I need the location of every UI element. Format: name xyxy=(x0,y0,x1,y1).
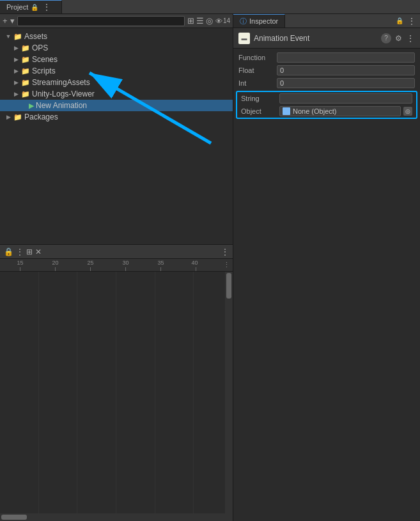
left-panel: + ▾ ⊞ ☰ ◎ 👁 14 ▼ 📁 Assets ▶ xyxy=(0,14,233,521)
timeline-toolbar: 🔒 ⋮ ⊞ ✕ ⋮ xyxy=(0,245,233,259)
filter-icon[interactable]: ◎ xyxy=(206,16,213,26)
prop-int: Int 0 xyxy=(233,77,420,89)
ruler-mark-40: 40 xyxy=(178,260,214,271)
ruler-marks: 15 20 25 30 xyxy=(3,259,214,271)
project-tab-label: Project xyxy=(6,3,28,11)
object-value[interactable]: None (Object) xyxy=(279,106,401,116)
label-scripts: Scripts xyxy=(32,66,56,75)
project-lock-icon[interactable]: 🔒 xyxy=(31,4,38,11)
tree-item-new-animation[interactable]: ▶ New Animation xyxy=(0,100,233,111)
prop-string: String xyxy=(237,92,416,105)
arrow-unity-logs: ▶ xyxy=(13,91,19,97)
arrow-assets: ▼ xyxy=(5,33,12,40)
ae-help-icon[interactable]: ? xyxy=(381,33,391,43)
arrow-ops: ▶ xyxy=(13,45,19,51)
info-icon: ⓘ xyxy=(240,17,247,26)
add-button[interactable]: + xyxy=(3,16,8,26)
inspector-lock-icon[interactable]: 🔒 xyxy=(396,17,403,24)
view-count: 👁 14 xyxy=(215,17,230,25)
project-tab-bar: Project 🔒 ⋮ xyxy=(0,0,420,14)
label-ops: OPS xyxy=(32,43,48,52)
string-label: String xyxy=(241,95,279,102)
folder-icon-assets: 📁 xyxy=(13,33,22,41)
ae-right-icons: ? ⚙ ⋮ xyxy=(381,33,415,43)
tree-item-packages[interactable]: ▶ 📁 Packages xyxy=(0,111,233,123)
main-layout: + ▾ ⊞ ☰ ◎ 👁 14 ▼ 📁 Assets ▶ xyxy=(0,14,420,521)
timeline-content[interactable] xyxy=(0,272,233,521)
ruler-mark-25: 25 xyxy=(73,260,108,271)
object-field: None (Object) ◎ xyxy=(279,106,412,116)
ae-title: Animation Event xyxy=(254,34,309,43)
inspector-dots-icon[interactable]: ⋮ xyxy=(407,16,416,26)
arrow-scripts: ▶ xyxy=(13,68,19,74)
project-toolbar: + ▾ ⊞ ☰ ◎ 👁 14 xyxy=(0,14,233,28)
label-packages: Packages xyxy=(24,113,58,121)
tree-item-streaming[interactable]: ▶ 📁 StreamingAssets xyxy=(0,77,233,88)
tree-item-scripts[interactable]: ▶ 📁 Scripts xyxy=(0,65,233,77)
tree-item-unity-logs[interactable]: ▶ 📁 Unity-Logs-Viewer xyxy=(0,88,233,100)
int-value[interactable]: 0 xyxy=(277,78,415,88)
tree-item-ops[interactable]: ▶ 📁 OPS xyxy=(0,42,233,54)
label-streaming: StreamingAssets xyxy=(32,78,90,87)
tl-more-icon[interactable]: ⋮ xyxy=(221,247,229,256)
inspector-properties: Function Float 0 Int 0 xyxy=(233,49,420,123)
tree-item-scenes[interactable]: ▶ 📁 Scenes xyxy=(0,54,233,65)
add-dropdown-button[interactable]: ▾ xyxy=(10,16,15,26)
label-unity-logs: Unity-Logs-Viewer xyxy=(32,89,95,98)
tl-controls: 🔒 ⋮ ⊞ ✕ xyxy=(4,247,42,256)
timeline-scrollbar-v[interactable] xyxy=(225,272,233,521)
ae-dots-icon[interactable]: ⋮ xyxy=(406,33,415,43)
tl-close-icon[interactable]: ✕ xyxy=(35,247,42,256)
right-panel: ⓘ Inspector 🔒 ⋮ ▬ Animation Event ? ⚙ ⋮ xyxy=(233,14,420,521)
prop-float: Float 0 xyxy=(233,64,420,77)
project-tab[interactable]: Project 🔒 ⋮ xyxy=(0,0,62,13)
prop-function: Function xyxy=(233,51,420,64)
object-label: Object xyxy=(241,107,279,115)
tl-lock-icon[interactable]: 🔒 xyxy=(4,247,13,256)
arrow-scenes: ▶ xyxy=(13,56,19,63)
ruler-mark-20: 20 xyxy=(38,260,73,271)
view-icons: ⊞ ☰ ◎ xyxy=(187,16,213,26)
tl-settings-icon[interactable]: ⊞ xyxy=(26,247,33,256)
timeline-scrollbar-h[interactable] xyxy=(0,513,225,521)
folder-icon-scenes: 📁 xyxy=(21,56,30,64)
scrollbar-thumb-h xyxy=(1,515,27,520)
inspector-tab-label: Inspector xyxy=(249,17,278,25)
timeline-panel: 🔒 ⋮ ⊞ ✕ ⋮ 15 20 xyxy=(0,244,233,521)
object-icon-small xyxy=(283,107,290,115)
float-value[interactable]: 0 xyxy=(277,65,415,75)
object-select-button[interactable]: ◎ xyxy=(403,107,412,116)
ae-icon: ▬ xyxy=(238,33,250,44)
function-value[interactable] xyxy=(277,52,415,63)
scrollbar-thumb-v xyxy=(226,273,231,299)
folder-icon-packages: 📁 xyxy=(13,113,22,121)
timeline-ruler: 15 20 25 30 xyxy=(0,259,233,272)
inspector-tab[interactable]: ⓘ Inspector xyxy=(233,14,285,27)
project-dots-icon[interactable]: ⋮ xyxy=(42,2,51,12)
inspector-tab-bar: ⓘ Inspector 🔒 ⋮ xyxy=(233,14,420,28)
folder-icon-scripts: 📁 xyxy=(21,67,30,75)
project-tab-controls: 🔒 ⋮ xyxy=(31,2,55,12)
ae-settings-icon[interactable]: ⚙ xyxy=(395,34,402,43)
ruler-mark-15: 15 xyxy=(3,260,38,271)
int-label: Int xyxy=(238,79,277,87)
tl-right: ⋮ xyxy=(221,247,229,256)
folder-icon-streaming: 📁 xyxy=(21,79,30,87)
layout-icon-2[interactable]: ☰ xyxy=(196,16,204,26)
label-new-animation: New Animation xyxy=(36,101,87,110)
arrow-packages: ▶ xyxy=(5,114,12,120)
layout-icon-1[interactable]: ⊞ xyxy=(187,16,194,26)
label-scenes: Scenes xyxy=(32,55,58,64)
tree-item-assets[interactable]: ▼ 📁 Assets xyxy=(0,31,233,42)
tl-dots-icon[interactable]: ⋮ xyxy=(16,247,24,256)
ruler-mark-30: 30 xyxy=(108,260,143,271)
inspector-tab-controls: 🔒 ⋮ xyxy=(396,16,420,26)
label-assets: Assets xyxy=(24,32,47,41)
ruler-more-icon[interactable]: ⋮ xyxy=(223,261,233,269)
count-label: 14 xyxy=(223,17,230,24)
highlight-group: String Object None (Object) ◎ xyxy=(236,91,417,119)
prop-object: Object None (Object) ◎ xyxy=(237,105,416,118)
search-input[interactable] xyxy=(17,16,185,26)
string-value[interactable] xyxy=(279,93,412,104)
folder-icon-unity-logs: 📁 xyxy=(21,90,30,98)
